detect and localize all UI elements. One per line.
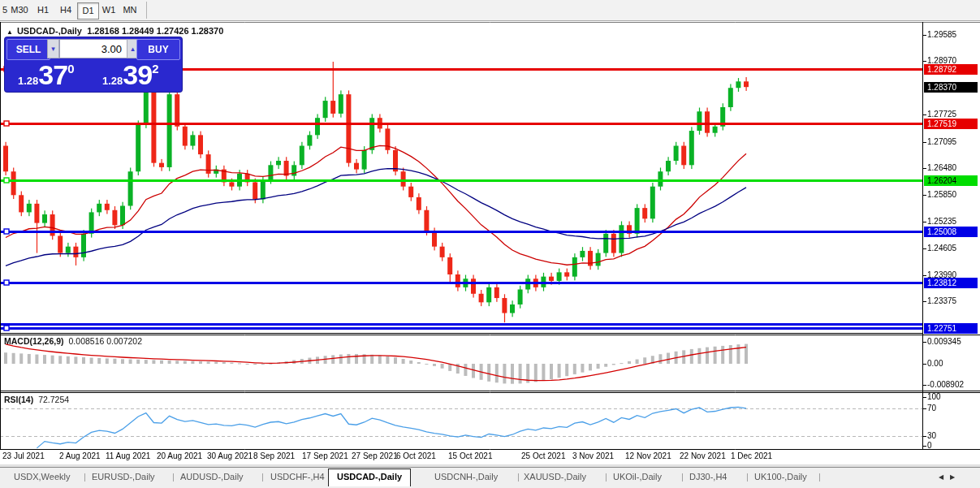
price-axis-level-label: 1.23812	[924, 278, 978, 288]
price-axis-level-label: 1.25008	[924, 227, 978, 237]
date-axis-label: 22 Nov 2021	[680, 451, 726, 460]
tab-separator: |	[818, 472, 821, 482]
tab-separator: |	[172, 472, 175, 482]
date-axis-label: 15 Oct 2021	[448, 451, 492, 460]
chart-tab-dj30-h4[interactable]: DJ30-,H4	[689, 472, 727, 482]
tab-separator: |	[84, 472, 86, 482]
buy-price[interactable]: 1.28392	[102, 59, 158, 90]
timeframe-button-mn[interactable]: MN	[121, 2, 139, 18]
volume-decrease-button[interactable]: ▾	[47, 39, 59, 58]
price-axis-tick: 1.27095	[927, 137, 956, 146]
volume-input[interactable]	[59, 39, 127, 58]
tabs-scroll-right-icon[interactable]: ▶	[950, 473, 955, 481]
chart-tab-audusd-daily[interactable]: AUDUSD-,Daily	[180, 472, 244, 482]
price-axis-level-label: 1.28792	[924, 64, 978, 75]
timeframe-button-h4[interactable]: H4	[58, 2, 73, 18]
tab-separator: |	[681, 472, 684, 482]
tabs-scroll-left-icon[interactable]: ◀	[939, 473, 943, 481]
chart-tab-uk100-daily[interactable]: UK100-,Daily	[754, 472, 807, 482]
macd-indicator-label: MACD(12,26,9)0.008516 0.007202	[4, 336, 142, 346]
sell-price-pipette: 0	[67, 62, 74, 76]
chart-tab-xauusd-daily[interactable]: XAUUSD-,Daily	[524, 472, 586, 482]
one-click-trade-panel: SELL ▾ ▴ BUY 1.28370 1.28392	[5, 37, 182, 92]
tab-separator: |	[746, 472, 749, 482]
price-axis-level-label: 1.26204	[924, 175, 978, 186]
timeframe-button-d1[interactable]: D1	[77, 2, 99, 19]
tab-separator: |	[517, 472, 520, 482]
tab-separator: |	[605, 472, 607, 482]
date-axis-label: 12 Nov 2021	[625, 451, 671, 460]
date-axis-label: 6 Oct 2021	[396, 451, 436, 460]
timeframe-button-h1[interactable]: H1	[36, 2, 50, 18]
timeframe-button-w1[interactable]: W1	[101, 2, 117, 18]
date-axis-label: 27 Sep 2021	[352, 451, 398, 460]
date-axis-label: 1 Dec 2021	[731, 451, 772, 460]
price-axis-level-label: 1.28370	[924, 82, 978, 93]
chevron-down-icon: ▾	[51, 45, 55, 53]
chart-tab-usdcnh-daily[interactable]: USDCNH-,Daily	[434, 472, 498, 482]
tab-separator: |	[261, 472, 264, 482]
rsi-axis-tick: 0	[927, 441, 932, 450]
sell-price-main: 37	[38, 59, 67, 90]
price-axis-tick: 1.29585	[927, 30, 956, 39]
price-axis-tick: 1.24605	[927, 244, 956, 253]
macd-axis-tick: 0.00	[927, 359, 943, 368]
toolbar-separator	[146, 2, 147, 19]
rsi-value: 72.7254	[38, 395, 69, 404]
date-axis-label: 8 Sep 2021	[253, 451, 295, 460]
buy-price-main: 39	[123, 59, 152, 90]
date-axis-label: 11 Aug 2021	[106, 451, 150, 460]
rsi-axis-tick: 70	[927, 404, 936, 412]
macd-values: 0.008516 0.007202	[69, 336, 143, 346]
buy-price-pipette: 2	[152, 62, 158, 76]
chart-tab-usdchf-h4[interactable]: USDCHF-,H4	[270, 472, 325, 482]
chart-symbol-label: USDCAD-,Daily	[17, 26, 82, 36]
timeframe-button-5[interactable]: 5	[1, 2, 9, 18]
date-axis-label: 25 Oct 2021	[521, 451, 565, 460]
chart-tab-ukoil-daily[interactable]: UKOil-,Daily	[613, 472, 662, 482]
rsi-name: RSI(14)	[4, 395, 33, 404]
date-axis-label: 3 Nov 2021	[572, 451, 614, 460]
price-axis-tick: 1.25850	[927, 190, 956, 199]
collapse-icon[interactable]: ▲	[6, 28, 13, 36]
date-axis-label: 17 Sep 2021	[302, 451, 348, 460]
timeframe-toolbar: 5M30H1H4D1W1MN	[0, 0, 980, 21]
chart-tab-usdx-weekly[interactable]: USDX,Weekly	[14, 472, 70, 482]
chart-area: ▲USDCAD-,Daily 1.28168 1.28449 1.27426 1…	[0, 21, 980, 467]
date-axis-label: 30 Aug 2021	[207, 451, 253, 460]
rsi-axis-tick: 30	[927, 431, 936, 440]
price-axis-tick: 1.27725	[927, 110, 956, 119]
price-axis-tick: 1.23375	[927, 296, 956, 305]
chart-tab-eurusd-daily[interactable]: EURUSD-,Daily	[92, 472, 155, 482]
sell-button[interactable]: SELL	[6, 39, 50, 60]
chevron-up-icon: ▴	[131, 45, 135, 53]
chart-tab-bar: ||||||||USDX,WeeklyEURUSD-,DailyAUDUSD-,…	[0, 467, 980, 488]
rsi-indicator-label: RSI(14)72.7254	[4, 395, 69, 404]
rsi-axis-tick: 100	[927, 392, 941, 401]
buy-button[interactable]: BUY	[136, 39, 180, 60]
chart-ohlc-values: 1.28168 1.28449 1.27426 1.28370	[87, 26, 223, 36]
price-axis-level-label: 1.27519	[924, 119, 978, 129]
sell-price-prefix: 1.28	[18, 75, 38, 87]
price-axis-level-label: 1.22751	[924, 323, 978, 334]
price-axis-tick: 1.25235	[927, 217, 956, 226]
macd-name: MACD(12,26,9)	[4, 336, 64, 346]
chart-tab-usdcad-daily[interactable]: USDCAD-,Daily	[328, 469, 411, 486]
date-axis-label: 20 Aug 2021	[157, 451, 202, 460]
chart-title: ▲USDCAD-,Daily 1.28168 1.28449 1.27426 1…	[6, 26, 223, 36]
macd-axis-tick: -0.008902	[927, 380, 964, 389]
timeframe-button-m30[interactable]: M30	[10, 2, 29, 18]
buy-price-prefix: 1.28	[102, 75, 123, 87]
macd-axis-tick: 0.009345	[927, 337, 961, 346]
date-axis-label: 23 Jul 2021	[2, 451, 45, 460]
date-axis-label: 2 Aug 2021	[59, 451, 101, 460]
mt4-window: 5M30H1H4D1W1MN ▲USDCAD-,Daily 1.28168 1.…	[0, 0, 980, 488]
price-axis-tick: 1.26480	[927, 163, 956, 172]
sell-price[interactable]: 1.28370	[18, 59, 74, 90]
